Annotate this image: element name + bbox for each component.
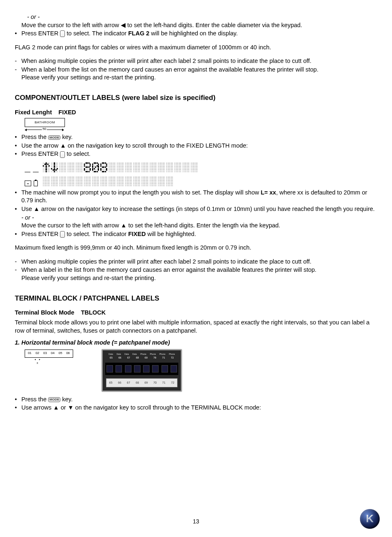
prompt-length-line: The machine will now prompt you to input… [21, 189, 377, 205]
section-heading-component: COMPONENT/OUTLET LABELS (were label size… [15, 93, 377, 103]
bathroom-label-diagram: BATHROOM [25, 118, 65, 127]
use-arrow-line: Use the arrow ▲ on the navigation key to… [21, 142, 377, 150]
page-number: 13 [0, 518, 392, 525]
bullet-marker: • [15, 189, 21, 205]
mode-key-icon: MODE [48, 397, 60, 402]
bullet-marker: • [15, 205, 21, 213]
move-cursor-line: Move the cursor to the left with arrow ▲… [21, 222, 377, 230]
mode-key-icon: MODE [48, 135, 60, 140]
press-enter-line: Press ENTER to select. [21, 150, 377, 158]
enter-icon [60, 231, 65, 238]
bullet-marker: • [15, 396, 21, 404]
section-heading-terminal: TERMINAL BLOCK / PATCHPANEL LABELS [15, 294, 377, 303]
lcd-display-diagram: —— ▪▪ [25, 162, 377, 186]
dash-line: When asking multiple copies the printer … [21, 57, 377, 65]
bullet-marker: • [15, 150, 21, 158]
dash-marker: - [15, 266, 21, 282]
press-mode-line: Press the MODE key. [21, 396, 377, 404]
max-fixed-length: Maximum fixed length is 999,9mm or 40 in… [15, 244, 377, 252]
dash-line: When a label from the list on the memory… [21, 66, 377, 82]
terminal-block-subhead: Terminal Block Mode TBLOCK [15, 309, 377, 317]
move-cursor-line: Move the cursor to the left with arrow ◀… [21, 21, 377, 30]
patchpanel-photo: DataDataDataDataPhonePhonePhonePhone 656… [102, 350, 182, 391]
dash-line: When a label in the list from the memory… [21, 266, 377, 282]
fixed-length-subhead: Fixed Lenght FIXED [15, 109, 377, 117]
flag2-capability: FLAG 2 mode can print flags for cables o… [15, 44, 377, 52]
tblock-underarrow: ◂▸x [35, 358, 40, 365]
use-arrows-line: Use arrows ▲ or ▼ on the navigator key t… [21, 404, 377, 412]
bullet-marker: • [15, 404, 21, 412]
bullet-marker: • [15, 30, 21, 38]
dash-marker: - [15, 66, 21, 82]
bullet-marker: • [15, 230, 21, 238]
dash-line: When asking multiple copies the printer … [21, 258, 377, 266]
horizontal-mode-heading: 1. Horizontal terminal block mode (= pat… [15, 339, 377, 347]
bullet-marker: • [15, 142, 21, 150]
or-text: - or - [21, 214, 377, 222]
dash-marker: - [15, 258, 21, 266]
tblock-label-diagram: 010203040506 [25, 350, 73, 358]
bullet-marker: • [15, 133, 21, 141]
press-enter-fixed-line: Press ENTER to select. The indicator FIX… [21, 230, 377, 238]
terminal-desc: Terminal block mode allows you to print … [15, 319, 377, 335]
use-arrow-increase-line: Use ▲ arrow on the navigator key to incr… [21, 205, 377, 213]
enter-icon [60, 30, 65, 37]
dash-marker: - [15, 57, 21, 65]
label-size-arrow: 50 [25, 127, 64, 132]
brand-logo: K [360, 509, 380, 529]
press-enter-line: Press ENTER to select. The indicator FLA… [21, 30, 377, 38]
enter-icon [60, 151, 65, 158]
press-mode-line: Press the MODE key. [21, 133, 377, 141]
or-text: - or - [27, 13, 377, 21]
